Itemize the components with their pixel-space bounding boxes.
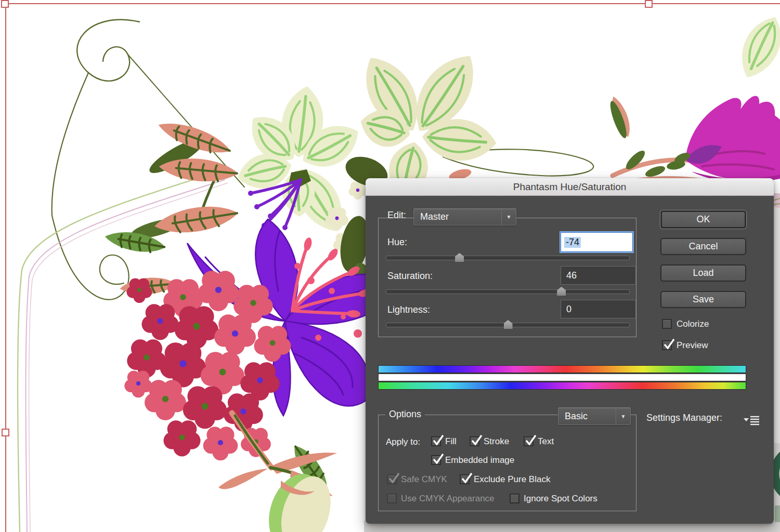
saturation-input[interactable]: 46: [561, 266, 636, 285]
stroke-checkbox[interactable]: [470, 436, 479, 446]
check-icon: [388, 472, 400, 484]
check-icon: [471, 434, 483, 446]
embedded-image-checkbox[interactable]: [431, 455, 441, 465]
settings-manager-label: Settings Manager:: [646, 413, 722, 423]
phantasm-hue-saturation-dialog: Phantasm Hue/Saturation Edit: Master ▼ H…: [366, 178, 774, 524]
apply-to-label: Apply to:: [386, 437, 420, 447]
selection-handle[interactable]: [2, 429, 9, 436]
fill-checkbox[interactable]: [431, 436, 441, 446]
check-icon: [461, 472, 473, 484]
safe-cmyk-checkbox[interactable]: [387, 474, 397, 484]
lightness-label: Lightness:: [387, 304, 430, 315]
ok-button[interactable]: OK: [660, 210, 746, 229]
options-label: Options: [385, 409, 425, 420]
spectrum-bar-divider: [378, 374, 746, 381]
lightness-value: 0: [566, 304, 571, 315]
saturation-value: 46: [566, 270, 577, 281]
use-cmyk-appearance-label: Use CMYK Appearance: [401, 494, 495, 504]
lightness-input[interactable]: 0: [561, 300, 636, 318]
ignore-spot-colors-label: Ignore Spot Colors: [524, 494, 597, 504]
save-button[interactable]: Save: [660, 291, 746, 308]
colorize-label: Colorize: [677, 319, 709, 329]
preview-label: Preview: [677, 340, 708, 351]
options-preset-value: Basic: [558, 411, 616, 422]
exclude-pure-black-label: Exclude Pure Black: [474, 474, 550, 485]
settings-manager-menu-icon[interactable]: [743, 415, 760, 428]
hue-input[interactable]: -74: [561, 232, 633, 252]
use-cmyk-appearance-checkbox[interactable]: [387, 494, 397, 503]
spectrum-bar-original: [378, 382, 746, 390]
saturation-label: Saturation:: [387, 271, 433, 282]
spectrum-bar-adjusted: [378, 365, 746, 373]
safe-cmyk-label: Safe CMYK: [401, 474, 447, 485]
screenshot-stage: Phantasm Hue/Saturation Edit: Master ▼ H…: [0, 0, 780, 532]
preview-checkbox[interactable]: [662, 340, 672, 350]
edit-select[interactable]: Master ▼: [413, 208, 516, 225]
cancel-button[interactable]: Cancel: [660, 238, 746, 255]
selection-handle[interactable]: [2, 1, 8, 7]
chevron-down-icon: ▼: [616, 408, 630, 424]
hue-value-selected: -74: [564, 237, 581, 248]
dialog-titlebar[interactable]: Phantasm Hue/Saturation: [366, 178, 774, 196]
check-icon: [432, 453, 445, 465]
edit-select-value: Master: [414, 211, 501, 222]
saturation-slider[interactable]: [386, 289, 630, 294]
text-label: Text: [538, 436, 554, 447]
fill-label: Fill: [445, 436, 457, 447]
colorize-checkbox[interactable]: [662, 319, 672, 329]
embedded-image-label: Embedded image: [445, 455, 514, 466]
check-icon: [663, 338, 675, 350]
hue-label: Hue:: [387, 237, 407, 248]
stroke-label: Stroke: [484, 436, 509, 447]
load-button[interactable]: Load: [660, 264, 746, 282]
lightness-slider[interactable]: [386, 323, 630, 327]
dialog-title: Phantasm Hue/Saturation: [513, 181, 627, 192]
chevron-down-icon: ▼: [501, 209, 516, 225]
text-checkbox[interactable]: [524, 436, 534, 446]
options-preset-select[interactable]: Basic ▼: [558, 407, 631, 425]
edit-label: Edit:: [387, 210, 406, 221]
check-icon: [525, 434, 537, 446]
exclude-pure-black-checkbox[interactable]: [460, 474, 470, 484]
hue-slider[interactable]: [386, 256, 630, 260]
check-icon: [432, 434, 445, 446]
ignore-spot-colors-checkbox[interactable]: [510, 494, 519, 503]
selection-handle[interactable]: [645, 1, 652, 7]
